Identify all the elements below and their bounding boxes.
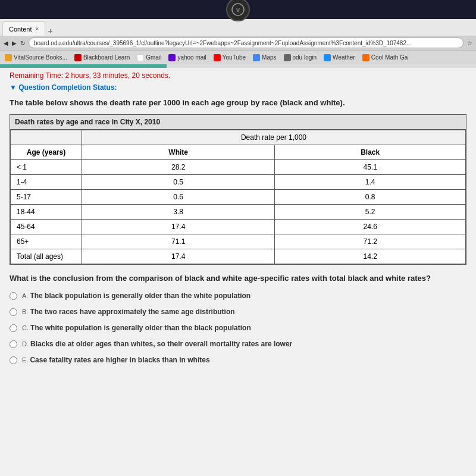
url-bar: ◀ ▶ ↻ ☆ [0,36,476,50]
cell-age-6: Total (all ages) [11,249,82,264]
table-row: 45-64 17.4 24.6 [11,220,466,234]
bookmark-weather[interactable]: Weather [321,53,358,62]
title-bar: V [0,0,476,19]
tab-bar: Content × + [0,19,476,36]
table-row: Total (all ages) 17.4 14.2 [11,249,466,264]
remaining-time-value: 2 hours, 33 minutes, 20 seconds. [65,71,170,80]
question-text: The table below shows the death rate per… [10,98,466,108]
cell-black-3: 5.2 [275,205,466,220]
table-row: < 1 28.2 45.1 [11,160,466,175]
col-header-death-rate: Death rate per 1,000 [82,130,466,145]
radio-C[interactable] [10,324,17,332]
col-subheader-age: Age (years) [11,145,82,160]
table-sub-header-row: Age (years) White Black [11,145,466,160]
new-tab-button[interactable]: + [48,26,52,36]
bookmark-gmail[interactable]: Gmail [134,53,164,62]
death-rate-table: Death rate per 1,000 Age (years) White B… [10,130,466,264]
radio-A[interactable] [10,292,17,300]
content-tab[interactable]: Content × [2,21,45,36]
tab-close-button[interactable]: × [36,26,39,32]
blackboard-icon [74,54,82,61]
cell-white-1: 0.5 [82,175,275,190]
answer-option-C: C. The white population is generally old… [10,323,466,333]
coolmath-icon [362,54,369,61]
cell-white-6: 17.4 [82,249,275,264]
remaining-time-label: Remaining Time: [10,71,63,80]
volvo-logo-icon: V [226,0,250,21]
radio-E[interactable] [10,356,17,364]
cell-age-3: 18-44 [11,205,82,220]
cell-age-0: < 1 [11,160,82,175]
radio-D[interactable] [10,340,17,348]
maps-icon [253,54,260,61]
bookmark-coolmath[interactable]: Cool Math Ga [360,53,411,62]
col-subheader-black: Black [275,145,466,160]
table-row: 18-44 3.8 5.2 [11,205,466,220]
odu-icon [284,54,291,61]
cell-age-5: 65+ [11,234,82,249]
cell-age-1: 1-4 [11,175,82,190]
answer-option-D: D. Blacks die at older ages than whites,… [10,339,466,349]
bookmarks-bar: VitalSource Books...Blackboard LearnGmai… [0,50,476,64]
cell-black-6: 14.2 [275,249,466,264]
table-header-row: Death rate per 1,000 [11,130,466,145]
yahoo-icon [168,54,176,61]
cell-white-0: 28.2 [82,160,275,175]
cell-black-4: 24.6 [275,220,466,234]
weather-icon [324,54,331,61]
reload-button[interactable]: ↻ [20,40,25,46]
remaining-time: Remaining Time: 2 hours, 33 minutes, 20 … [10,71,466,80]
forward-button[interactable]: ▶ [12,40,17,46]
cell-age-2: 5-17 [11,190,82,205]
radio-B[interactable] [10,308,17,316]
answer-option-B: B. The two races have approximately the … [10,307,466,317]
answer-option-A: A. The black population is generally old… [10,291,466,301]
back-button[interactable]: ◀ [4,40,8,46]
cell-white-2: 0.6 [82,190,275,205]
col-header-age [11,130,82,145]
table-title: Death rates by age and race in City X, 2… [10,115,466,130]
svg-text:V: V [236,7,240,13]
bookmark-vitalsource[interactable]: VitalSource Books... [2,53,70,62]
cell-black-0: 45.1 [275,160,466,175]
bookmark-maps[interactable]: Maps [250,53,278,62]
table-row: 5-17 0.6 0.8 [11,190,466,205]
conclusion-question-text: What is the conclusion from the comparis… [10,273,466,284]
cell-white-5: 71.1 [82,234,275,249]
tab-label: Content [9,26,32,33]
gmail-icon [137,54,144,61]
bookmark-odu[interactable]: odu login [281,53,320,62]
answer-option-E: E. Case fatality rates are higher in bla… [10,355,466,365]
table-row: 65+ 71.1 71.2 [11,234,466,249]
cell-age-4: 45-64 [11,220,82,234]
question-completion-status: ▼ Question Completion Status: [10,83,466,92]
answers-container: A. The black population is generally old… [10,291,466,365]
youtube-icon [214,54,221,61]
cell-black-5: 71.2 [275,234,466,249]
vitalsource-icon [5,54,12,61]
cell-black-1: 1.4 [275,175,466,190]
data-table-wrapper: Death rates by age and race in City X, 2… [10,114,466,265]
bookmark-yahoo[interactable]: yahoo mail [166,53,208,62]
bookmark-blackboard[interactable]: Blackboard Learn [72,53,132,62]
col-subheader-white: White [82,145,275,160]
content-area: Remaining Time: 2 hours, 33 minutes, 20 … [0,68,476,476]
bookmark-star-icon[interactable]: ☆ [467,40,472,46]
bookmark-youtube[interactable]: YouTube [211,53,248,62]
table-row: 1-4 0.5 1.4 [11,175,466,190]
cell-white-4: 17.4 [82,220,275,234]
table-body: < 1 28.2 45.1 1-4 0.5 1.4 5-17 0.6 0.8 1… [11,160,466,264]
cell-white-3: 3.8 [82,205,275,220]
cell-black-2: 0.8 [275,190,466,205]
url-input[interactable] [29,37,464,48]
